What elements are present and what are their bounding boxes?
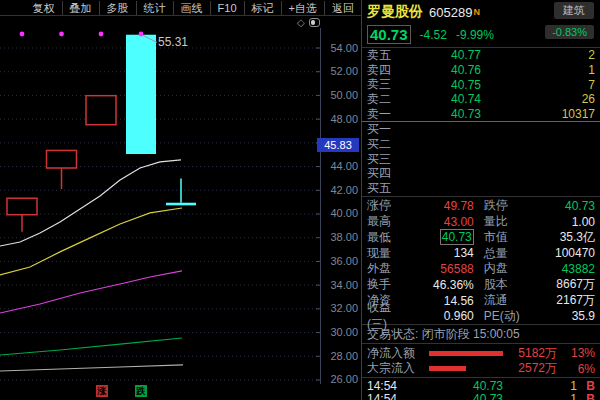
stat-label: 换手 [367,276,401,293]
flow-label: 净流入额 [367,345,429,362]
price-change: -4.52 [420,28,447,42]
stat-value: 35.3亿 [526,229,595,246]
tick-price: 40.73 [411,393,503,400]
level-volume: 26 [481,92,595,106]
level-volume: 2 [481,48,595,62]
level-volume: 10317 [481,107,595,121]
level-label: 卖一 [367,106,399,123]
stat-value-text: 49.78 [444,199,474,213]
ask-row[interactable]: 卖一40.7310317 [362,107,600,122]
stat-value: 100470 [526,246,595,260]
stat-value: 46.36% [401,278,474,292]
y-axis-label: 48.00 [318,113,358,126]
y-axis-label: 28.00 [318,350,358,363]
ask-row[interactable]: 卖五40.772 [362,48,600,63]
level-price: 40.76 [399,63,481,77]
stat-value: 43.00 [401,215,474,229]
stat-label: 跌停 [484,197,526,214]
flow-pct: 13% [557,346,595,360]
flow-value: 2572万 [509,360,557,377]
high-price-annotation: 55.31 [158,35,188,49]
y-axis-label: 36.00 [318,255,358,268]
stat-value: 35.9 [526,309,595,323]
stock-name: 罗曼股份 [367,3,423,21]
stat-value: 14.56 [401,294,474,308]
tick-row: 14:5440.731B [362,393,600,400]
stat-value: 56588 [401,262,474,276]
stats-row: 外盘56588内盘43882 [362,261,600,277]
stat-label: 股本 [484,276,526,293]
tick-side: B [577,393,595,400]
flow-row: 净流入额5182万13% [362,345,600,361]
y-axis-label: 26.00 [318,373,358,386]
stat-label: 外盘 [367,260,401,277]
candlestick-chart[interactable] [0,0,362,400]
y-axis-label: 42.00 [318,184,358,197]
level-price: 40.75 [399,78,481,92]
stats-row: 最高43.00量比1.00 [362,214,600,230]
tick-time: 14:54 [367,393,411,400]
stock-code: 605289 [429,5,472,20]
y-axis-label: 50.00 [318,89,358,102]
stat-value: 8667万 [526,276,595,293]
stat-value-text: 14.56 [444,294,474,308]
stats-row: 涨停49.78跌停40.73 [362,198,600,214]
stat-value: 1.00 [526,215,595,229]
y-axis-label: 54.00 [318,42,358,55]
tick-list[interactable]: 14:5440.731B14:5440.731B [362,378,600,400]
legend-down-badge: 跌 [135,385,147,397]
stat-label: 量比 [484,213,526,230]
bid-row[interactable]: 买五 [362,181,600,196]
sector-button[interactable]: 建筑 [554,2,594,19]
stat-label: PE(动) [484,308,526,325]
trading-status: 交易状态: 闭市阶段 15:00:05 [362,325,600,344]
stat-label: 最高 [367,213,401,230]
flow-value: 5182万 [509,345,557,362]
y-axis-label: 52.00 [318,65,358,78]
tick-volume: 1 [503,380,577,393]
y-axis-label: 44.00 [318,160,358,173]
y-axis-label: 34.00 [318,279,358,292]
tick-volume: 1 [503,393,577,400]
ask-rows: 卖五40.772卖四40.761卖三40.757卖二40.7426卖一40.73… [362,48,600,121]
stat-value: 40.73 [401,230,474,244]
stat-value: 0.960 [401,309,474,323]
level-volume: 7 [481,78,595,92]
bid-rows: 买一买二买三买四买五 [362,121,600,195]
stat-value: 134 [401,246,474,260]
ask-row[interactable]: 卖四40.761 [362,63,600,78]
stat-label: 市值 [484,229,526,246]
flow-pct: 6% [557,362,595,376]
bid-row[interactable]: 买一 [362,122,600,137]
legend-up-badge: 涨 [96,385,108,397]
quote-header: 罗曼股份 605289 N 建筑 [362,0,600,22]
stat-value: 2167万 [526,292,595,309]
stat-value: 43882 [526,262,595,276]
level-price: 40.77 [399,48,481,62]
stat-label: 流通 [484,292,526,309]
stat-value: 40.73 [526,199,595,213]
flow-bar [429,351,509,356]
bid-row[interactable]: 买三 [362,152,600,167]
bid-row[interactable]: 买四 [362,167,600,182]
stat-value-text: 46.36% [433,278,474,292]
level-label: 买五 [367,180,399,197]
stat-label: 内盘 [484,260,526,277]
stat-label: 最低 [367,229,401,246]
level-volume: 1 [481,63,595,77]
stats-grid: 涨停49.78跌停40.73最高43.00量比1.00最低40.73市值35.3… [362,197,600,325]
bid-row[interactable]: 买二 [362,137,600,152]
ask-row[interactable]: 卖二40.7426 [362,92,600,107]
stat-value-text: 0.960 [444,309,474,323]
stat-value-text: 43.00 [444,215,474,229]
quote-panel: 罗曼股份 605289 N 建筑 40.73 -4.52 -9.99% -0.8… [362,0,600,400]
stats-row: 收益(三)0.960PE(动)35.9 [362,308,600,324]
y-axis-label: 40.00 [318,207,358,220]
y-axis-label: 30.00 [318,326,358,339]
stat-label: 总量 [484,245,526,262]
price-row: 40.73 -4.52 -9.99% -0.83% [362,22,600,48]
ask-row[interactable]: 卖三40.757 [362,77,600,92]
flow-bar [429,366,509,371]
stat-label: 现量 [367,245,401,262]
stat-value-text: 56588 [440,262,473,276]
